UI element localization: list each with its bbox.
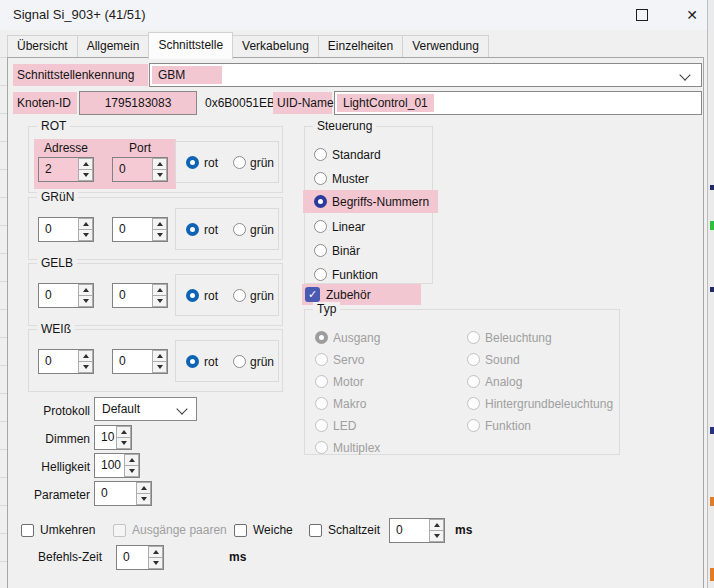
tab-verkabelung[interactable]: Verkabelung bbox=[232, 35, 319, 57]
arrow-down-icon bbox=[141, 497, 147, 501]
radio-servo-label: Servo bbox=[333, 353, 364, 367]
radio-led-label: LED bbox=[333, 419, 356, 433]
spin-down-button[interactable] bbox=[152, 169, 167, 181]
tab-uebersicht[interactable]: Übersicht bbox=[7, 35, 78, 57]
spin-buttons bbox=[148, 546, 163, 569]
radio-funktion[interactable] bbox=[314, 268, 327, 281]
parameter-value: 0 bbox=[95, 482, 136, 505]
radio-muster[interactable] bbox=[314, 172, 327, 185]
spin-down-button[interactable] bbox=[124, 465, 139, 477]
background-mark bbox=[710, 427, 714, 434]
group-rot-title: ROT bbox=[37, 119, 70, 134]
radio-rot[interactable] bbox=[186, 223, 199, 236]
weiche-checkbox[interactable] bbox=[234, 524, 247, 537]
radio-led bbox=[315, 419, 328, 432]
arrow-up-icon bbox=[157, 222, 163, 226]
node-id-field[interactable]: 1795183083 bbox=[79, 91, 197, 115]
group-typ-title: Typ bbox=[313, 302, 340, 317]
spin-down-button[interactable] bbox=[78, 169, 93, 181]
gelb-adresse-spinner[interactable]: 0 bbox=[38, 283, 94, 308]
arrow-down-icon bbox=[129, 469, 135, 473]
zubehoer-checkbox[interactable]: ✓ bbox=[305, 287, 320, 302]
schaltzeit-checkbox[interactable] bbox=[309, 524, 322, 537]
arrow-up-icon bbox=[434, 523, 440, 527]
group-weiss-title: WEIß bbox=[37, 322, 75, 337]
radio-typ-funktion-label: Funktion bbox=[485, 419, 531, 433]
spin-down-button[interactable] bbox=[429, 530, 444, 542]
interface-id-combobox[interactable]: GBM bbox=[149, 63, 702, 87]
radio-gruen[interactable] bbox=[233, 156, 246, 169]
check-icon: ✓ bbox=[308, 288, 317, 300]
helligkeit-value: 100 bbox=[95, 454, 124, 477]
gruen-adresse-spinner[interactable]: 0 bbox=[38, 217, 94, 242]
spin-down-button[interactable] bbox=[78, 229, 93, 241]
arrow-up-icon bbox=[83, 222, 89, 226]
radio-gruen-label: grün bbox=[250, 223, 274, 237]
arrow-down-icon bbox=[121, 441, 127, 445]
radio-rot-label: rot bbox=[204, 156, 218, 170]
parameter-spinner[interactable]: 0 bbox=[94, 481, 152, 506]
tab-einzelheiten[interactable]: Einzelheiten bbox=[318, 35, 403, 57]
radio-linear[interactable] bbox=[314, 220, 327, 233]
spin-down-button[interactable] bbox=[136, 493, 151, 505]
arrow-up-icon bbox=[141, 486, 147, 490]
radio-gruen[interactable] bbox=[233, 289, 246, 302]
rot-port-spinner[interactable]: 0 bbox=[112, 157, 168, 182]
arrow-up-icon bbox=[153, 550, 159, 554]
radio-muster-label: Muster bbox=[332, 172, 369, 186]
radio-binaer[interactable] bbox=[314, 244, 327, 257]
umkehren-checkbox[interactable] bbox=[21, 524, 34, 537]
rot-port-value: 0 bbox=[113, 158, 152, 181]
gruen-port-spinner[interactable]: 0 bbox=[112, 217, 168, 242]
arrow-up-icon bbox=[157, 162, 163, 166]
radio-multiplex-label: Multiplex bbox=[333, 441, 380, 455]
spin-down-button[interactable] bbox=[78, 361, 93, 373]
chevron-down-icon[interactable] bbox=[176, 403, 187, 414]
radio-sound bbox=[467, 353, 480, 366]
spin-down-button[interactable] bbox=[78, 295, 93, 307]
helligkeit-label: Helligkeit bbox=[10, 456, 90, 478]
spin-down-button[interactable] bbox=[152, 361, 167, 373]
gelb-port-spinner[interactable]: 0 bbox=[112, 283, 168, 308]
spin-buttons bbox=[136, 482, 151, 505]
background-mark bbox=[710, 568, 714, 581]
maximize-button[interactable] bbox=[622, 0, 662, 30]
group-gruen-title: GRüN bbox=[37, 190, 78, 205]
spin-down-button[interactable] bbox=[152, 229, 167, 241]
radio-standard[interactable] bbox=[314, 148, 327, 161]
close-button[interactable]: ✕ bbox=[672, 0, 712, 30]
uid-name-field[interactable]: LightControl_01 bbox=[334, 91, 702, 115]
node-id-hex: 0x6B0051EB bbox=[205, 92, 275, 114]
spin-down-button[interactable] bbox=[116, 437, 131, 449]
radio-rot[interactable] bbox=[186, 156, 199, 169]
tab-allgemein[interactable]: Allgemein bbox=[77, 35, 150, 57]
weiss-adresse-spinner[interactable]: 0 bbox=[38, 349, 94, 374]
dimmen-spinner[interactable]: 10 bbox=[94, 425, 132, 450]
radio-rot[interactable] bbox=[186, 289, 199, 302]
schaltzeit-spinner[interactable]: 0 bbox=[389, 518, 445, 543]
radio-rot[interactable] bbox=[186, 355, 199, 368]
protokoll-combobox[interactable]: Default bbox=[94, 397, 197, 421]
schaltzeit-value: 0 bbox=[390, 519, 429, 542]
group-gruen: GRüN 0 0 rot grün bbox=[28, 197, 283, 260]
radio-begriffs-nummern[interactable] bbox=[314, 195, 327, 208]
spin-down-button[interactable] bbox=[148, 557, 163, 569]
befehlszeit-spinner[interactable]: 0 bbox=[116, 545, 164, 570]
tab-verwendung[interactable]: Verwendung bbox=[402, 35, 489, 57]
arrow-up-icon bbox=[129, 458, 135, 462]
rot-adresse-spinner[interactable]: 2 bbox=[38, 157, 94, 182]
radio-servo bbox=[315, 353, 328, 366]
radio-gruen[interactable] bbox=[233, 355, 246, 368]
spin-buttons bbox=[78, 350, 93, 373]
radio-gruen[interactable] bbox=[233, 223, 246, 236]
chevron-down-icon[interactable] bbox=[679, 69, 690, 80]
arrow-up-icon bbox=[83, 162, 89, 166]
weiss-port-spinner[interactable]: 0 bbox=[112, 349, 168, 374]
protokoll-label: Protokoll bbox=[10, 400, 90, 422]
tab-schnittstelle[interactable]: Schnittstelle bbox=[148, 32, 233, 59]
radio-hintergrundbeleuchtung bbox=[467, 397, 480, 410]
spin-down-button[interactable] bbox=[152, 295, 167, 307]
helligkeit-spinner[interactable]: 100 bbox=[94, 453, 140, 478]
gelb-color-radio-panel: rot grün bbox=[175, 274, 279, 316]
radio-rot-label: rot bbox=[204, 289, 218, 303]
